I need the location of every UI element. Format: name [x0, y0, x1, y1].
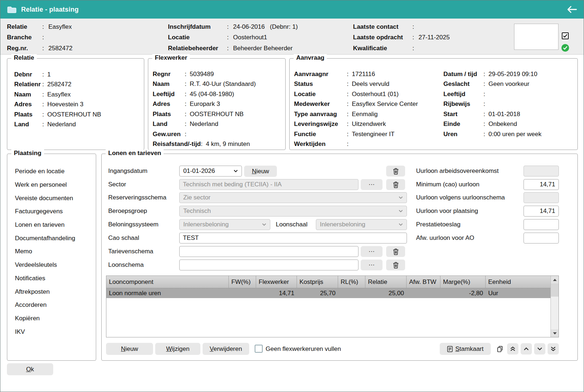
move-first-button[interactable]: [507, 343, 518, 355]
field-row: Type aanvraag:Eenmalig: [294, 109, 440, 119]
tarievenschema-browse-button[interactable]: ···: [361, 246, 383, 257]
table-scrollbar[interactable]: [550, 276, 558, 337]
table-row-loon-normale-uren[interactable]: Loon normale uren 14,71 25,70 25,00 -2,8…: [106, 288, 550, 298]
field-label: Geslacht: [443, 80, 483, 88]
field-label: Debnr: [14, 71, 42, 78]
sector-input: [179, 179, 358, 190]
header-value: Beheerder Beheerder: [233, 45, 293, 52]
scroll-up-button[interactable]: [551, 276, 558, 284]
beloningssysteem-select: Inlenersbeloning: [179, 219, 270, 230]
copy-icon: [497, 346, 503, 352]
scrollbar-thumb[interactable]: [551, 284, 558, 297]
colon: :: [42, 71, 44, 78]
delete-ingangsdatum-button[interactable]: [386, 166, 405, 177]
header-row: Relatie:Easyflex: [7, 21, 72, 32]
move-up-button[interactable]: [521, 343, 532, 355]
colon: :: [185, 71, 187, 78]
field-value: Easyflex: [47, 91, 71, 98]
loonschema-browse-button[interactable]: ···: [361, 260, 383, 270]
header-row: Locatie:Oosterhout1: [168, 32, 298, 43]
header-label: Relatie: [7, 23, 42, 31]
ellipsis-icon: ···: [369, 181, 375, 188]
cell-looncomponent: Loon normale uren: [106, 288, 229, 298]
nieuw-ingangsdatum-button[interactable]: Nieuw: [244, 166, 277, 177]
scrollbar-track[interactable]: [551, 297, 558, 329]
cao-schaal-input[interactable]: [179, 233, 407, 243]
verwijderen-button[interactable]: Verwijderen: [203, 343, 249, 355]
delete-loonschema-button[interactable]: [386, 260, 405, 270]
plaatsing-item-verdeelsleutels[interactable]: Verdeelsleutels: [8, 258, 95, 272]
looncomponent-table: Looncomponent FW(%) Flexwerker Kostprijs…: [106, 276, 559, 337]
colon: :: [347, 80, 349, 88]
colon: :: [42, 23, 44, 31]
ellipsis-icon: ···: [369, 248, 375, 255]
field-value: Deels vervuld: [352, 80, 389, 88]
field-row: Locatie:Oosterhout1 (01): [294, 89, 440, 99]
status-green-check-icon[interactable]: [561, 44, 569, 52]
field-row: Geslacht:Geen voorkeur: [443, 79, 575, 90]
field-label: Type aanvraag: [294, 111, 347, 118]
back-arrow-button[interactable]: [566, 5, 577, 13]
tarievenschema-input[interactable]: [179, 246, 358, 257]
minimum-cao-uurloon-input[interactable]: [524, 179, 559, 190]
plaatsing-item-accorderen[interactable]: Accorderen: [8, 298, 95, 312]
wijzigen-button[interactable]: Wijzigen: [155, 343, 200, 355]
field-label: Leveringswijze: [294, 120, 347, 128]
stamkaart-button[interactable]: Stamkaart: [440, 343, 491, 355]
trash-icon: [393, 168, 399, 175]
header-label: Locatie: [168, 34, 227, 41]
plaatsing-item-ikv[interactable]: IKV: [8, 325, 95, 338]
colon: :: [483, 111, 485, 118]
field-row: Plaats:OOSTERHOUT NB: [14, 110, 142, 120]
chevron-down-icon: [399, 210, 403, 213]
uurloon-arbeidsovereenkomst-input: [524, 166, 559, 177]
plaatsing-item-vereiste-documenten[interactable]: Vereiste documenten: [8, 191, 95, 205]
field-value: Hoevestein 3: [47, 101, 83, 108]
plaatsing-item-lonen-en-tarieven[interactable]: Lonen en tarieven: [8, 218, 95, 232]
header-row: Reg.nr.:2582472: [7, 43, 72, 54]
move-last-button[interactable]: [548, 343, 559, 355]
colon: :: [347, 100, 349, 108]
nieuw-button[interactable]: Nieuw: [106, 343, 153, 355]
geen-flexwerkeruren-checkbox[interactable]: [255, 345, 263, 353]
field-row: Land:Nederland: [14, 120, 142, 130]
header-label: Reg.nr.: [7, 45, 42, 52]
beloningssysteem-label: Beloningssysteem: [108, 219, 158, 230]
plaatsing-item-memo[interactable]: Memo: [8, 245, 95, 258]
colon: :: [42, 45, 44, 52]
chevron-down-icon: [399, 196, 403, 199]
field-label: Naam: [14, 91, 42, 98]
plaatsing-item-notificaties[interactable]: Notificaties: [8, 272, 95, 285]
scroll-down-button[interactable]: [551, 329, 558, 337]
plaatsing-item-aftrekposten[interactable]: Aftrekposten: [8, 285, 95, 298]
field-label: Land: [14, 121, 42, 128]
field-label: Leeftijd: [443, 91, 483, 98]
plaatsing-item-kopieren[interactable]: Kopiëren: [8, 312, 95, 325]
ingangsdatum-value: 01-01-2026: [183, 167, 215, 175]
plaatsing-item-werk-en-personeel[interactable]: Werk en personeel: [8, 178, 95, 192]
delete-sector-button[interactable]: [386, 179, 405, 190]
plaatsing-item-periode-en-locatie[interactable]: Periode en locatie: [8, 165, 95, 178]
loonschema-input[interactable]: [179, 260, 358, 270]
colon: :: [412, 23, 414, 31]
field-row: Rijbewijs:: [443, 99, 575, 110]
sector-browse-button[interactable]: ···: [361, 179, 383, 190]
header-checked-checkbox[interactable]: [562, 32, 569, 39]
ok-button[interactable]: Ok: [7, 363, 53, 375]
afw-uurloon-ao-input[interactable]: [524, 233, 559, 243]
delete-tarievenschema-button[interactable]: [386, 246, 405, 257]
colon: :: [347, 131, 349, 138]
copy-button[interactable]: [494, 344, 505, 355]
cell-eenheid: Uur: [486, 288, 550, 298]
plaatsing-item-factuurgegevens[interactable]: Factuurgegevens: [8, 205, 95, 218]
uurloon-voor-plaatsing-input[interactable]: [524, 206, 559, 217]
titlebar: Relatie - plaatsing: [0, 0, 584, 19]
field-value: Testengineer IT: [352, 131, 395, 138]
move-down-button[interactable]: [534, 343, 545, 355]
beloningssysteem-value: Inlenersbeloning: [183, 221, 229, 228]
colon: :: [201, 140, 203, 148]
field-row: Start:01-01-2018: [443, 109, 575, 119]
plaatsing-item-documentafhandeling[interactable]: Documentafhandeling: [8, 231, 95, 245]
ingangsdatum-select[interactable]: 01-01-2026: [179, 166, 242, 177]
prestatietoeslag-input[interactable]: [524, 219, 559, 230]
